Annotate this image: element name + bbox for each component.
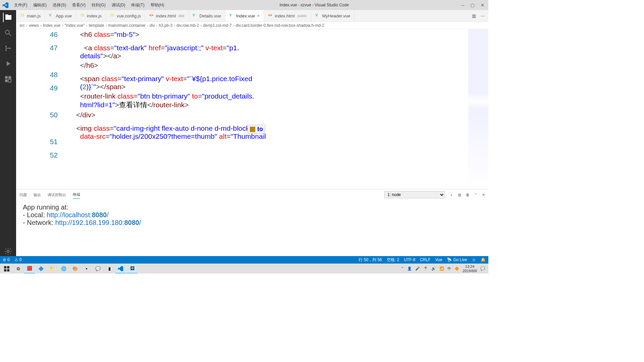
taskbar-app-2[interactable]: 🔷 xyxy=(36,264,46,274)
tab-index-html[interactable]: <>index.htmlpublic xyxy=(264,10,311,21)
new-terminal-icon[interactable]: ＋ xyxy=(449,192,453,197)
tab-label: index.html xyxy=(156,13,176,18)
tab-Details-vue[interactable]: VDetails.vue xyxy=(189,10,225,21)
minimap[interactable] xyxy=(468,29,488,189)
taskbar-images[interactable]: 🖼 xyxy=(127,264,138,274)
menu-file[interactable]: 文件(F) xyxy=(11,1,30,9)
task-view-icon[interactable]: ⧉ xyxy=(13,264,23,274)
breadcrumb-item[interactable]: div#p1.col-md-7 xyxy=(203,23,231,28)
intellisense-suggestion[interactable]: to xyxy=(257,126,263,133)
breadcrumb-item[interactable]: h3.pb-3 xyxy=(159,23,172,28)
breadcrumb-item[interactable]: "Index.vue" xyxy=(64,23,85,28)
tray-location-icon[interactable]: 📍 xyxy=(423,266,428,271)
taskbar-wechat[interactable]: 💬 xyxy=(93,264,103,274)
extensions-icon[interactable] xyxy=(3,74,13,84)
taskbar-explorer[interactable]: 📁 xyxy=(47,264,58,274)
explorer-icon[interactable] xyxy=(3,13,12,22)
intellisense-popup[interactable]: to xyxy=(248,125,265,134)
close-icon[interactable]: ✕ xyxy=(481,3,484,8)
breadcrumb-item[interactable]: main#main.container xyxy=(108,23,146,28)
tray-ime-icon[interactable]: 中 xyxy=(447,266,451,271)
tab-vue-config-js[interactable]: JSvue.config.js xyxy=(106,10,145,21)
close-tab-icon[interactable]: × xyxy=(257,13,260,18)
tab-index-html[interactable]: <>index.htmldist xyxy=(145,10,189,21)
tray-chevron-icon[interactable]: ⌃ xyxy=(401,266,404,271)
status-cursor[interactable]: 行 50，列 56 xyxy=(359,257,382,263)
code-content[interactable]: <h6 class="mb-5"> <a class="text-dark" h… xyxy=(66,29,488,189)
panel-tab-debug-console[interactable]: 调试控制台 xyxy=(48,191,66,199)
taskbar-clock[interactable]: 13:24 2019/8/8 xyxy=(463,264,477,273)
breadcrumb-item[interactable]: div xyxy=(150,23,155,28)
windows-taskbar: ⧉ 🟥 🔷 📁 🌐 🎨 ▪ 💬 ▮ 🖼 ⌃ 👤 🎤 📍 🔊 📶 中 🔶 13:2… xyxy=(0,263,488,274)
svg-point-0 xyxy=(5,30,9,34)
taskbar-chrome[interactable]: 🌐 xyxy=(58,264,69,274)
breadcrumb-item[interactable]: src xyxy=(19,23,25,28)
breadcrumb-separator: › xyxy=(62,23,63,28)
tab-MyHeader-vue[interactable]: VMyHeader.vue xyxy=(311,10,355,21)
source-control-icon[interactable] xyxy=(3,44,13,53)
panel-tab-terminal[interactable]: 终端 xyxy=(73,191,80,199)
start-button[interactable] xyxy=(1,264,12,274)
more-actions-icon[interactable]: ⋯ xyxy=(481,13,485,18)
editor[interactable]: 46474849505152 <h6 class="mb-5"> <a clas… xyxy=(16,29,488,189)
split-editor-icon[interactable]: ▥ xyxy=(472,13,476,18)
menu-terminal[interactable]: 终端(T) xyxy=(128,1,147,9)
status-golive[interactable]: 📡 Go Live xyxy=(447,257,467,262)
status-language[interactable]: Vue xyxy=(435,257,442,262)
status-spaces[interactable]: 空格: 2 xyxy=(387,257,399,263)
settings-gear-icon[interactable] xyxy=(3,247,13,256)
tab-main-js[interactable]: JSmain.js xyxy=(16,10,45,21)
breadcrumb-item[interactable]: template xyxy=(89,23,104,28)
tray-volume-icon[interactable]: 🔊 xyxy=(431,266,436,271)
split-terminal-icon[interactable]: ▥ xyxy=(458,193,461,197)
taskbar-cmd[interactable]: ▮ xyxy=(104,264,115,274)
taskbar-vscode[interactable] xyxy=(115,264,126,274)
menu-help[interactable]: 帮助(H) xyxy=(148,1,167,9)
status-notifications-icon[interactable]: 🔔 xyxy=(481,257,486,262)
panel-tab-output[interactable]: 输出 xyxy=(34,191,41,199)
taskbar-app-4[interactable]: ▪ xyxy=(81,264,92,274)
status-errors[interactable]: ⊘ 0 xyxy=(3,257,10,262)
menu-edit[interactable]: 编辑(E) xyxy=(31,1,49,9)
terminal-selector[interactable]: 1: node xyxy=(384,191,445,198)
svg-rect-13 xyxy=(7,269,9,272)
close-panel-icon[interactable]: ✕ xyxy=(482,193,485,197)
breadcrumb-item[interactable]: div.row.mb-2 xyxy=(176,23,199,28)
tray-people-icon[interactable]: 👤 xyxy=(407,266,412,271)
tab-label: MyHeader.vue xyxy=(322,13,350,18)
search-icon[interactable] xyxy=(3,28,13,38)
breadcrumbs[interactable]: src›views›Index.vue›"Index.vue"›template… xyxy=(16,22,488,29)
menu-debug[interactable]: 调试(D) xyxy=(109,1,128,9)
svg-rect-5 xyxy=(5,76,8,79)
tray-app-icon[interactable]: 🔶 xyxy=(454,266,459,271)
breadcrumb-separator: › xyxy=(26,23,28,28)
status-encoding[interactable]: UTF-8 xyxy=(404,257,415,262)
tab-App-vue[interactable]: VApp.vue xyxy=(45,10,76,21)
breadcrumb-item[interactable]: Index.vue xyxy=(43,23,60,28)
kill-terminal-icon[interactable]: 🗑 xyxy=(466,193,470,197)
breadcrumb-item[interactable]: div.card.border-0.flex-md-row.box-shadow… xyxy=(236,23,324,28)
tray-mic-icon[interactable]: 🎤 xyxy=(415,266,420,271)
maximize-icon[interactable]: ▢ xyxy=(471,3,475,8)
status-warnings[interactable]: ⚠ 0 xyxy=(14,257,22,262)
debug-icon[interactable] xyxy=(3,59,13,68)
breadcrumb-separator: › xyxy=(200,23,202,28)
panel-tab-problems[interactable]: 问题 xyxy=(19,191,27,199)
tab-index-js[interactable]: JSindex.js xyxy=(76,10,106,21)
terminal-content[interactable]: App running at: - Local: http://localhos… xyxy=(16,200,488,256)
tray-notifications-icon[interactable]: 💬 xyxy=(480,266,485,271)
status-eol[interactable]: CRLF xyxy=(420,257,430,262)
breadcrumb-separator: › xyxy=(106,23,107,28)
taskbar-app-3[interactable]: 🎨 xyxy=(70,264,80,274)
tab-Index-vue[interactable]: VIndex.vue× xyxy=(225,10,264,21)
breadcrumb-item[interactable]: views xyxy=(29,23,39,28)
menu-selection[interactable]: 选择(S) xyxy=(50,1,69,9)
menu-view[interactable]: 查看(V) xyxy=(69,1,88,9)
status-feedback-icon[interactable]: ☺ xyxy=(472,257,476,262)
menu-go[interactable]: 转到(G) xyxy=(89,1,108,9)
breadcrumb-separator: › xyxy=(86,23,88,28)
minimize-icon[interactable]: ─ xyxy=(462,3,465,8)
tray-network-icon[interactable]: 📶 xyxy=(439,266,444,271)
maximize-panel-icon[interactable]: ⌃ xyxy=(474,193,477,197)
taskbar-app-1[interactable]: 🟥 xyxy=(24,264,35,274)
